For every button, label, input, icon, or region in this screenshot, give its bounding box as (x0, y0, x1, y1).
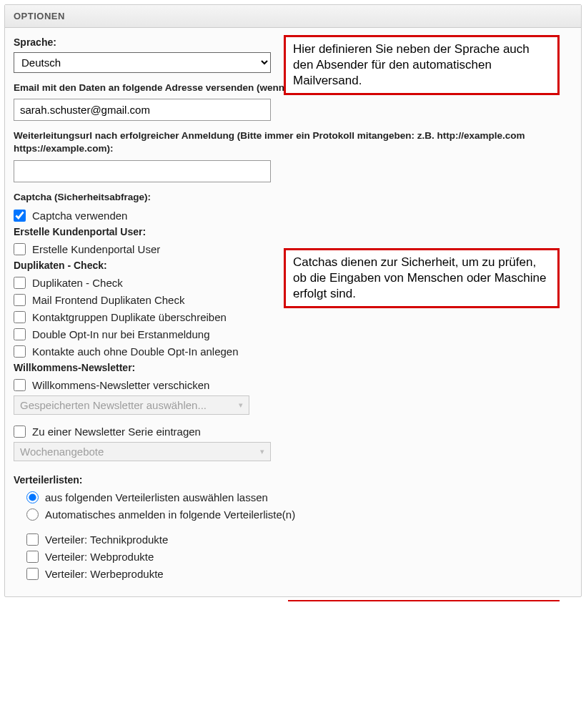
callout-dist-lists: Hier können Sie die Besucher Ihrer Seite… (288, 600, 560, 601)
newsletter-series-checkbox[interactable] (14, 426, 26, 438)
dup-check-3-label: Double Opt-In nur bei Erstanmeldung (32, 328, 209, 340)
newsletter-series-label: Zu einer Newsletter Serie eintragen (32, 426, 201, 438)
dist-lists-heading: Verteilerlisten: (14, 474, 572, 486)
captcha-use-checkbox[interactable] (14, 210, 26, 222)
newsletter-series-select[interactable]: Wochenangebote ▾ (14, 442, 271, 461)
dist-list-2-label: Verteiler: Werbeprodukte (45, 568, 164, 580)
dup-check-1-checkbox[interactable] (14, 294, 26, 306)
dup-check-1-label: Mail Frontend Duplikaten Check (32, 294, 184, 306)
dist-mode-auto-label: Automatisches anmelden in folgende Verte… (45, 508, 295, 521)
portal-user-create-checkbox[interactable] (14, 243, 26, 255)
dup-check-0-label: Duplikaten - Check (32, 277, 123, 289)
saved-newsletter-value: Gespeicherten Newsletter auswählen... (20, 399, 207, 411)
saved-newsletter-select[interactable]: Gespeicherten Newsletter auswählen... ▾ (14, 395, 249, 415)
welcome-send-label: Willkommens-Newsletter verschicken (32, 379, 209, 391)
callout-language: Hier definieren Sie neben der Sprache au… (284, 35, 560, 95)
panel-title: OPTIONEN (5, 5, 581, 28)
dup-check-4-label: Kontakte auch ohne Double Opt-In anlegen (32, 345, 239, 358)
dist-list-2-checkbox[interactable] (26, 568, 39, 580)
callout-captcha: Catchas dienen zur Sicherheit, um zu prü… (284, 248, 560, 308)
redirect-url-input[interactable] (14, 160, 271, 182)
dist-list-1-checkbox[interactable] (26, 551, 39, 563)
dist-list-0-checkbox[interactable] (26, 533, 39, 546)
options-panel: OPTIONEN Hier definieren Sie neben der S… (4, 4, 582, 597)
dist-list-1-label: Verteiler: Webprodukte (45, 551, 154, 563)
dist-mode-auto-radio[interactable] (26, 508, 39, 521)
panel-body: Hier definieren Sie neben der Sprache au… (5, 28, 581, 596)
welcome-newsletter-heading: Willkommens-Newsletter: (14, 362, 572, 373)
email-forward-input[interactable] (14, 99, 271, 121)
welcome-send-checkbox[interactable] (14, 379, 26, 391)
portal-user-create-label: Erstelle Kundenportal User (32, 243, 160, 255)
dup-check-0-checkbox[interactable] (14, 277, 26, 289)
language-select[interactable]: Deutsch (14, 52, 271, 73)
dist-mode-choose-radio[interactable] (26, 491, 39, 503)
newsletter-series-value: Wochenangebote (20, 446, 104, 458)
dist-list-0-label: Verteiler: Technikprodukte (45, 533, 168, 546)
dup-check-4-checkbox[interactable] (14, 345, 26, 358)
chevron-down-icon: ▾ (260, 447, 264, 456)
dup-check-3-checkbox[interactable] (14, 328, 26, 340)
redirect-url-label: Weiterleitungsurl nach erfolgreicher Anm… (14, 129, 572, 155)
dup-check-2-label: Kontaktgruppen Duplikate überschreiben (32, 311, 227, 323)
portal-user-heading: Erstelle Kundenportal User: (14, 226, 572, 237)
dist-mode-choose-label: aus folgenden Verteilerlisten auswählen … (45, 491, 268, 503)
captcha-heading: Captcha (Sicherheitsabfrage): (14, 191, 572, 204)
chevron-down-icon: ▾ (239, 400, 243, 410)
captcha-use-label: Captcha verwenden (32, 210, 127, 222)
dup-check-2-checkbox[interactable] (14, 311, 26, 323)
